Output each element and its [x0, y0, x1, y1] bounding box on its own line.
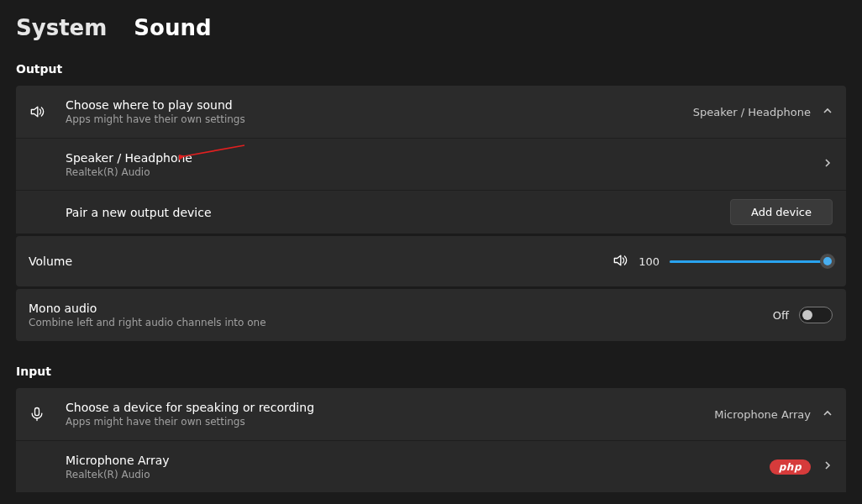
mono-toggle[interactable] [799, 307, 833, 323]
mono-audio-row: Mono audio Combine left and right audio … [16, 289, 846, 341]
mono-audio-card: Mono audio Combine left and right audio … [16, 289, 846, 341]
mono-subtitle: Combine left and right audio channels in… [29, 317, 773, 328]
output-device-driver: Realtek(R) Audio [66, 166, 823, 178]
output-group: Choose where to play sound Apps might ha… [16, 86, 846, 341]
output-pair-row: Pair a new output device Add device [16, 190, 846, 234]
output-pair-label: Pair a new output device [66, 206, 730, 219]
volume-card: Volume 100 [16, 236, 846, 286]
volume-speaker-icon[interactable] [612, 252, 628, 271]
input-current-device: Microphone Array [714, 408, 811, 421]
output-section-label: Output [16, 62, 846, 76]
php-badge: php [770, 459, 811, 475]
output-choose-subtitle: Apps might have their own settings [66, 113, 693, 125]
breadcrumb: System Sound [16, 0, 846, 59]
volume-label: Volume [29, 255, 612, 268]
volume-row: Volume 100 [16, 236, 846, 286]
speaker-icon [29, 103, 66, 120]
output-device-row[interactable]: Speaker / Headphone Realtek(R) Audio [16, 138, 846, 190]
input-device-name: Microphone Array [66, 454, 770, 467]
output-current-device: Speaker / Headphone [693, 106, 811, 118]
input-choose-row[interactable]: Choose a device for speaking or recordin… [16, 388, 846, 440]
output-choose-row[interactable]: Choose where to play sound Apps might ha… [16, 86, 846, 138]
mono-title: Mono audio [29, 302, 773, 315]
chevron-up-icon [823, 408, 833, 421]
svg-rect-0 [35, 408, 39, 416]
input-choose-title: Choose a device for speaking or recordin… [66, 401, 714, 414]
breadcrumb-parent[interactable]: System [16, 15, 107, 40]
chevron-right-icon [823, 460, 833, 473]
input-device-row[interactable]: Microphone Array Realtek(R) Audio php [16, 440, 846, 492]
output-choose-title: Choose where to play sound [66, 98, 693, 112]
volume-slider[interactable] [670, 254, 833, 269]
output-device-name: Speaker / Headphone [66, 151, 823, 165]
microphone-icon [29, 406, 66, 423]
mono-state-label: Off [773, 309, 789, 322]
input-device-driver: Realtek(R) Audio [66, 469, 770, 480]
input-section-label: Input [16, 365, 846, 378]
input-choose-card: Choose a device for speaking or recordin… [16, 388, 846, 492]
input-choose-subtitle: Apps might have their own settings [66, 416, 714, 428]
slider-thumb[interactable] [820, 254, 835, 269]
add-device-button[interactable]: Add device [730, 199, 833, 225]
breadcrumb-current: Sound [134, 15, 211, 40]
input-group: Choose a device for speaking or recordin… [16, 388, 846, 492]
chevron-up-icon [823, 106, 833, 118]
volume-value: 100 [639, 255, 660, 268]
output-choose-card: Choose where to play sound Apps might ha… [16, 86, 846, 234]
chevron-right-icon [823, 158, 833, 171]
